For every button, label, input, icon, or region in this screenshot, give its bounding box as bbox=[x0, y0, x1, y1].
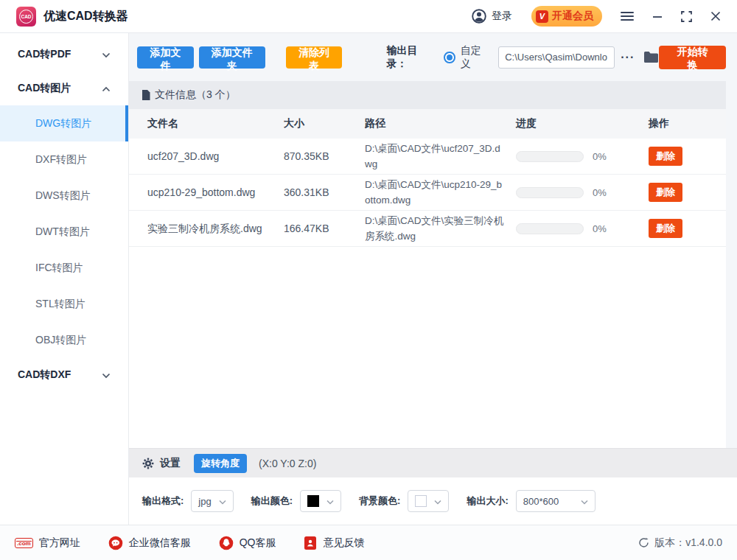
file-path: D:\桌面\CAD文件\实验三制冷机房系统.dwg bbox=[365, 213, 516, 244]
file-name: ucf207_3D.dwg bbox=[147, 149, 284, 164]
menu-button[interactable] bbox=[621, 11, 634, 21]
rotation-value: (X:0 Y:0 Z:0) bbox=[259, 458, 316, 469]
custom-dir-radio[interactable] bbox=[444, 52, 455, 63]
sidebar-item-stl-to-image[interactable]: STL转图片 bbox=[0, 286, 128, 322]
progress-cell: 0% bbox=[516, 151, 649, 162]
output-size-label: 输出大小: bbox=[467, 494, 508, 508]
file-size: 870.35KB bbox=[284, 149, 365, 164]
rotate-angle-button[interactable]: 旋转角度 bbox=[194, 454, 247, 473]
progress-bar bbox=[516, 187, 584, 198]
sidebar-item-dxf-to-image[interactable]: DXF转图片 bbox=[0, 141, 128, 178]
maximize-icon bbox=[681, 11, 692, 22]
white-color-swatch bbox=[415, 495, 427, 507]
file-info-title: 文件信息（3 个） bbox=[155, 88, 236, 102]
sidebar-group-cad-to-image[interactable]: CAD转图片 bbox=[0, 71, 128, 105]
sidebar-item-dws-to-image[interactable]: DWS转图片 bbox=[0, 178, 128, 214]
feedback-icon bbox=[304, 536, 317, 550]
black-color-swatch bbox=[307, 495, 319, 507]
output-format-label: 输出格式: bbox=[142, 494, 184, 508]
login-button[interactable]: 登录 bbox=[472, 9, 512, 24]
delete-button[interactable]: 删除 bbox=[649, 147, 682, 166]
hamburger-icon bbox=[621, 11, 634, 21]
sidebar-group-cad-to-pdf[interactable]: CAD转PDF bbox=[0, 38, 128, 71]
user-icon bbox=[472, 9, 486, 24]
minimize-icon bbox=[652, 11, 663, 21]
qq-icon bbox=[219, 536, 234, 550]
feedback-link[interactable]: 意见反馈 bbox=[304, 536, 364, 550]
progress-value: 0% bbox=[593, 223, 607, 234]
output-size-select[interactable]: 800*600 bbox=[516, 490, 595, 512]
wechat-service-icon bbox=[108, 536, 123, 550]
file-size: 166.47KB bbox=[284, 221, 365, 237]
progress-value: 0% bbox=[593, 151, 607, 162]
background-color-select[interactable] bbox=[408, 490, 449, 512]
sidebar-group-cad-to-dxf[interactable]: CAD转DXF bbox=[0, 358, 128, 392]
version-label: 版本：v1.4.0.0 bbox=[654, 536, 722, 550]
settings-label: 设置 bbox=[160, 457, 181, 470]
output-color-select[interactable] bbox=[300, 490, 341, 512]
chevron-down-icon bbox=[434, 494, 441, 508]
file-path: D:\桌面\CAD文件\ucp210-29_bottom.dwg bbox=[365, 177, 516, 208]
update-refresh-icon bbox=[638, 537, 649, 548]
qq-service-link[interactable]: QQ客服 bbox=[219, 536, 276, 550]
custom-dir-radio-label: 自定义 bbox=[461, 44, 490, 71]
add-file-button[interactable]: 添加文件 bbox=[137, 46, 194, 69]
output-path-input[interactable] bbox=[498, 46, 615, 69]
chevron-down-icon bbox=[326, 494, 334, 508]
col-path: 路径 bbox=[365, 117, 516, 130]
settings-bar: 设置 旋转角度 (X:0 Y:0 Z:0) bbox=[129, 448, 737, 477]
col-action: 操作 bbox=[649, 117, 726, 130]
app-window: CAD 优速CAD转换器 登录 V 开通会员 bbox=[0, 0, 737, 560]
clear-list-button[interactable]: 清除列表 bbox=[286, 46, 343, 69]
background-color-label: 背景颜色: bbox=[359, 494, 400, 508]
wechat-service-link[interactable]: 企业微信客服 bbox=[108, 536, 191, 550]
version-info: 版本：v1.4.0.0 bbox=[638, 536, 722, 550]
maximize-button[interactable] bbox=[681, 11, 692, 22]
sidebar-item-dwg-to-image[interactable]: DWG转图片 bbox=[0, 105, 128, 141]
folder-icon bbox=[643, 51, 659, 63]
toolbar: 添加文件 添加文件夹 清除列表 输出目录： 自定义 ··· 开始转换 bbox=[129, 33, 737, 81]
browse-more-button[interactable]: ··· bbox=[621, 51, 635, 64]
output-options-row: 输出格式: jpg 输出颜色: 背景颜色: bbox=[129, 477, 737, 525]
app-title: 优速CAD转换器 bbox=[43, 9, 128, 24]
table-row: 实验三制冷机房系统.dwg 166.47KB D:\桌面\CAD文件\实验三制冷… bbox=[129, 211, 726, 247]
website-icon: .com bbox=[15, 538, 33, 548]
file-path: D:\桌面\CAD文件\ucf207_3D.dwg bbox=[365, 141, 516, 172]
add-folder-button[interactable]: 添加文件夹 bbox=[199, 46, 265, 69]
table-row: ucf207_3D.dwg 870.35KB D:\桌面\CAD文件\ucf20… bbox=[129, 139, 726, 175]
table-header: 文件名 大小 路径 进度 操作 bbox=[129, 109, 726, 139]
chevron-down-icon bbox=[219, 494, 226, 508]
table-empty-area bbox=[129, 247, 726, 448]
sidebar-item-dwt-to-image[interactable]: DWT转图片 bbox=[0, 214, 128, 250]
file-name: 实验三制冷机房系统.dwg bbox=[147, 221, 284, 237]
open-vip-button[interactable]: V 开通会员 bbox=[531, 6, 602, 27]
document-icon bbox=[142, 90, 150, 100]
col-filename: 文件名 bbox=[147, 117, 284, 130]
chevron-down-icon bbox=[581, 494, 588, 508]
output-format-select[interactable]: jpg bbox=[191, 490, 233, 512]
progress-bar bbox=[516, 151, 584, 162]
close-button[interactable] bbox=[710, 11, 721, 21]
file-name: ucp210-29_bottom.dwg bbox=[147, 185, 284, 200]
col-progress: 进度 bbox=[516, 117, 649, 130]
app-logo-icon: CAD bbox=[16, 7, 36, 27]
sidebar-item-ifc-to-image[interactable]: IFC转图片 bbox=[0, 250, 128, 286]
official-website-link[interactable]: .com 官方网址 bbox=[15, 536, 80, 550]
file-size: 360.31KB bbox=[284, 185, 365, 200]
footer: .com 官方网址 企业微信客服 QQ客服 意见反馈 bbox=[0, 525, 737, 560]
output-color-label: 输出颜色: bbox=[251, 494, 293, 508]
col-size: 大小 bbox=[284, 117, 365, 130]
file-list-card: 文件信息（3 个） 文件名 大小 路径 进度 操作 ucf207_3D.dwg … bbox=[129, 81, 726, 448]
start-convert-button[interactable]: 开始转换 bbox=[659, 46, 726, 69]
main-area: 添加文件 添加文件夹 清除列表 输出目录： 自定义 ··· 开始转换 bbox=[129, 33, 737, 525]
sidebar-item-obj-to-image[interactable]: OBJ转图片 bbox=[0, 322, 128, 358]
delete-button[interactable]: 删除 bbox=[649, 219, 682, 238]
output-dir-label: 输出目录： bbox=[386, 44, 435, 71]
delete-button[interactable]: 删除 bbox=[649, 183, 682, 202]
open-folder-button[interactable] bbox=[643, 51, 659, 63]
minimize-button[interactable] bbox=[652, 11, 663, 21]
chevron-down-icon bbox=[102, 368, 111, 382]
vip-icon: V bbox=[536, 10, 548, 23]
gear-icon bbox=[142, 458, 154, 469]
sidebar: CAD转PDF CAD转图片 DWG转图片 DXF转图片 DWS转图片 bbox=[0, 33, 129, 525]
